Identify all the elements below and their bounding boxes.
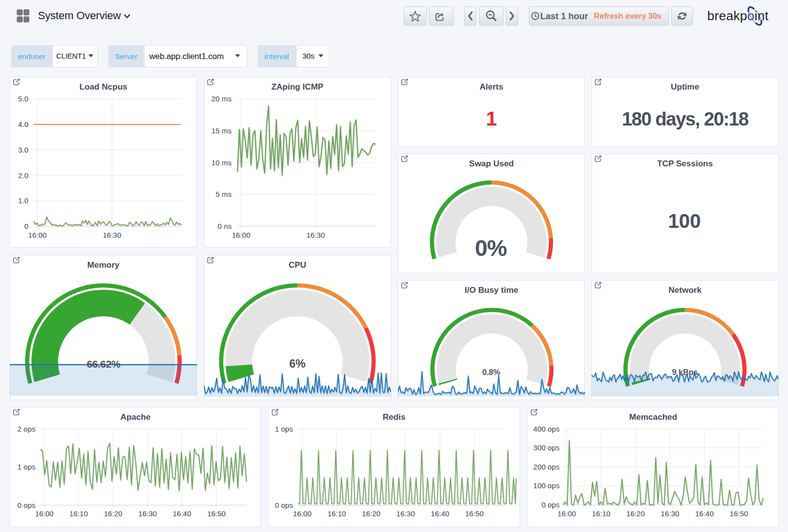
- svg-text:Memcached: Memcached: [629, 412, 677, 422]
- svg-text:16:10: 16:10: [328, 509, 346, 518]
- svg-text:I/O Busy time: I/O Busy time: [464, 285, 518, 295]
- svg-text:15 ms: 15 ms: [211, 126, 231, 135]
- svg-text:Load Ncpus: Load Ncpus: [79, 82, 127, 92]
- svg-text:16:30: 16:30: [103, 231, 122, 239]
- svg-text:10 ms: 10 ms: [211, 158, 231, 167]
- svg-text:9 kBps: 9 kBps: [672, 368, 698, 376]
- svg-text:6%: 6%: [289, 357, 305, 370]
- svg-text:16:10: 16:10: [592, 509, 611, 518]
- svg-text:16:50: 16:50: [207, 509, 226, 518]
- svg-text:0: 0: [24, 222, 28, 230]
- svg-text:TCP Sessions: TCP Sessions: [657, 158, 713, 168]
- svg-text:16:20: 16:20: [362, 509, 381, 518]
- svg-text:5 ms: 5 ms: [215, 190, 231, 198]
- svg-text:1 ops: 1 ops: [17, 463, 35, 471]
- svg-text:16:20: 16:20: [626, 509, 645, 518]
- svg-text:16:20: 16:20: [104, 509, 123, 518]
- svg-text:5.0: 5.0: [18, 94, 29, 103]
- svg-text:100 ops: 100 ops: [533, 481, 559, 490]
- svg-text:16:00: 16:00: [558, 509, 576, 518]
- svg-text:16:50: 16:50: [465, 509, 484, 518]
- svg-text:16:00: 16:00: [293, 509, 312, 518]
- svg-text:16:40: 16:40: [431, 509, 450, 518]
- svg-text:16:00: 16:00: [232, 231, 251, 239]
- svg-text:16:30: 16:30: [138, 509, 157, 518]
- svg-text:Swap Used: Swap Used: [469, 158, 514, 168]
- svg-text:16:40: 16:40: [695, 509, 714, 518]
- svg-text:16:10: 16:10: [69, 509, 88, 518]
- svg-text:ZAping ICMP: ZAping ICMP: [271, 82, 324, 92]
- svg-text:0%: 0%: [475, 235, 507, 260]
- svg-text:Apache: Apache: [120, 412, 150, 422]
- svg-text:0 ops: 0 ops: [275, 501, 293, 509]
- svg-text:0 ops: 0 ops: [17, 501, 35, 509]
- svg-text:20 ms: 20 ms: [211, 94, 231, 103]
- svg-text:Memory: Memory: [87, 260, 120, 269]
- svg-text:16:40: 16:40: [173, 509, 192, 518]
- svg-text:0 ns: 0 ns: [218, 222, 231, 230]
- svg-text:66.62%: 66.62%: [87, 358, 121, 369]
- svg-text:1 ops: 1 ops: [275, 425, 293, 433]
- svg-text:16:00: 16:00: [28, 231, 47, 239]
- svg-text:16:00: 16:00: [35, 509, 54, 518]
- svg-text:16:30: 16:30: [306, 231, 325, 239]
- svg-text:CPU: CPU: [289, 260, 306, 269]
- svg-text:Redis: Redis: [383, 412, 405, 422]
- svg-text:4.0: 4.0: [18, 120, 29, 128]
- svg-text:3.0: 3.0: [18, 146, 29, 154]
- svg-text:0 ops: 0 ops: [541, 501, 559, 509]
- svg-text:2.0: 2.0: [18, 171, 29, 180]
- svg-text:1: 1: [486, 108, 496, 129]
- svg-text:Alerts: Alerts: [479, 82, 503, 92]
- svg-text:400 ops: 400 ops: [533, 425, 559, 433]
- svg-text:300 ops: 300 ops: [533, 443, 559, 452]
- svg-text:Uptime: Uptime: [671, 82, 699, 92]
- svg-text:180 days, 20:18: 180 days, 20:18: [622, 109, 749, 129]
- svg-text:0.8%: 0.8%: [482, 368, 500, 376]
- svg-text:100: 100: [668, 210, 701, 231]
- svg-text:16:30: 16:30: [396, 509, 415, 518]
- svg-text:200 ops: 200 ops: [533, 463, 559, 471]
- svg-text:16:30: 16:30: [660, 509, 679, 518]
- svg-text:2 ops: 2 ops: [17, 425, 35, 433]
- svg-text:1.0: 1.0: [18, 196, 29, 205]
- svg-text:Network: Network: [669, 285, 702, 295]
- svg-text:16:50: 16:50: [729, 509, 748, 518]
